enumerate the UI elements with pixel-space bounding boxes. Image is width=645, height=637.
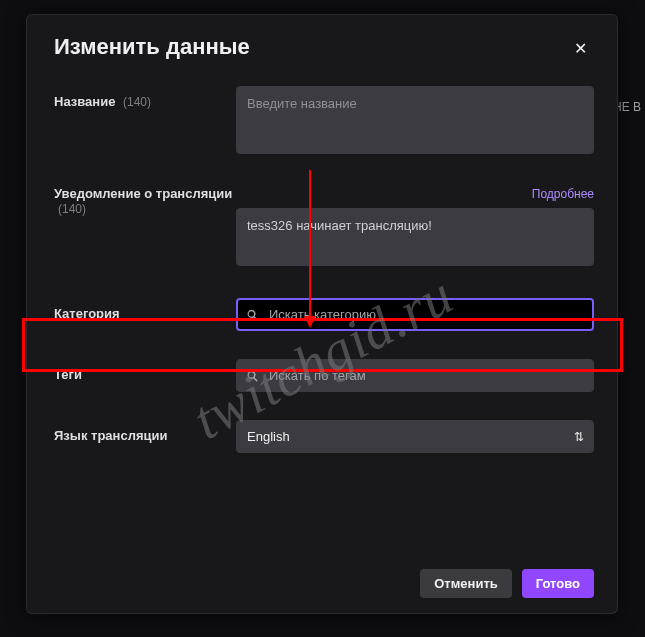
modal-title: Изменить данные [54, 34, 250, 60]
search-icon [245, 307, 260, 322]
notification-label: Уведомление о трансляции (140) [54, 186, 236, 216]
cancel-button[interactable]: Отменить [420, 569, 512, 598]
category-label: Категория [54, 298, 236, 321]
tags-search-input[interactable] [236, 359, 594, 392]
close-icon: ✕ [574, 40, 587, 57]
more-link[interactable]: Подробнее [532, 187, 594, 201]
category-search-input[interactable] [236, 298, 594, 331]
language-label: Язык трансляции [54, 420, 236, 443]
title-label: Название (140) [54, 86, 236, 109]
notification-input[interactable] [236, 208, 594, 266]
close-button[interactable]: ✕ [566, 34, 594, 62]
done-button[interactable]: Готово [522, 569, 594, 598]
title-input[interactable] [236, 86, 594, 154]
tags-label: Теги [54, 359, 236, 382]
language-select[interactable]: English [236, 420, 594, 453]
edit-info-modal: Изменить данные ✕ Название (140) Уведомл… [26, 14, 618, 614]
search-icon [245, 368, 260, 383]
